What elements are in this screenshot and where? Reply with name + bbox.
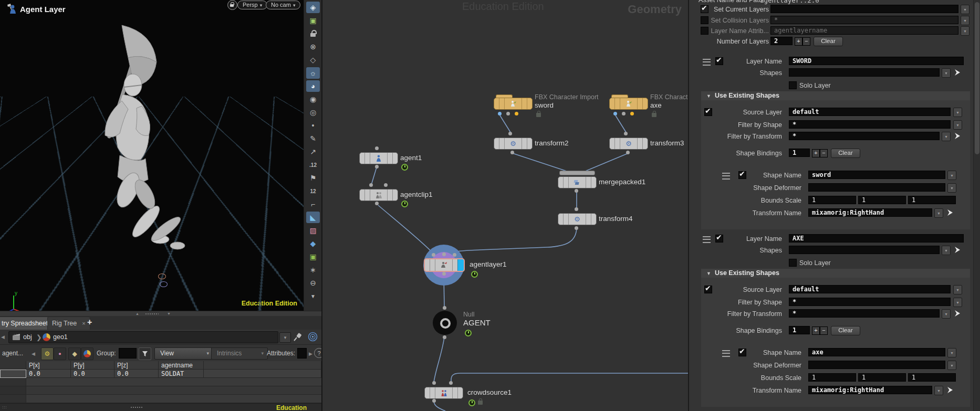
empty-row[interactable] [0,395,26,403]
add-binding-button[interactable]: + [812,326,820,335]
layer-name-attrib-input[interactable]: agentlayername [770,26,958,35]
intrinsics-dropdown[interactable]: Intrinsics▾ [211,347,268,360]
output-dot[interactable] [375,202,379,205]
node-pick-arrow-icon[interactable] [953,309,962,318]
input-dot[interactable] [442,252,446,256]
bounds-scale-y[interactable]: 1 [858,373,906,382]
bounds-scale-z[interactable]: 1 [908,196,956,204]
col-header-py[interactable]: P[y] [71,361,114,370]
filter-funnel-icon[interactable] [139,347,151,360]
collapse-down-icon[interactable]: ▼ [167,312,171,315]
dropdown-button[interactable]: ▾ [942,309,951,319]
reorder-handle-icon[interactable] [703,236,711,243]
cell-agentname[interactable]: SOLDAT [159,370,204,378]
group-input[interactable] [119,348,137,359]
add-layer-button[interactable]: + [795,37,802,46]
group-frame-icon[interactable]: ▣ [306,251,320,262]
node-agent1[interactable] [359,152,398,164]
output-dot[interactable] [622,112,625,115]
output-dot[interactable] [626,151,630,154]
clear-bindings-button[interactable]: Clear [831,149,860,158]
camera-select-menu[interactable]: No cam▾ [266,1,300,9]
add-tab-button[interactable]: + [87,318,92,327]
node-name-label[interactable]: agent1 [400,154,422,162]
dropdown-button[interactable]: ▾ [947,361,956,370]
dropdown-button[interactable]: ▾ [953,298,962,307]
input-dot[interactable] [575,207,578,211]
node-name-label[interactable]: sword [535,101,554,109]
node-mergepacked1[interactable] [558,176,597,188]
input-dot[interactable] [384,183,388,187]
dropdown-button[interactable]: ▾ [942,132,951,141]
hscroll-grip[interactable] [130,406,143,409]
remove-binding-button[interactable]: − [820,326,828,335]
dot-icon[interactable]: • [306,120,320,131]
node-crowdsource1[interactable] [424,387,463,399]
merge-input-bar[interactable] [559,171,595,175]
node-pick-arrow-icon[interactable] [946,386,954,394]
shape-deformer-input[interactable] [808,361,945,369]
bounds-scale-x[interactable]: 1 [808,196,856,204]
node-name-label[interactable]: mergepacked1 [599,178,645,186]
expand-right-icon[interactable]: ▶ [309,351,312,356]
filter-by-shape-input[interactable]: * [789,120,951,129]
cell-px[interactable]: 0.0 [26,370,71,378]
shape-deformer-input[interactable] [808,183,945,192]
tab-rig-tree[interactable]: Rig Tree× [47,317,90,330]
add-binding-button[interactable]: + [812,149,820,157]
attributes-input[interactable] [297,348,307,359]
checker-icon[interactable]: ▨ [306,225,320,236]
points-mode-icon[interactable]: ● [54,347,66,360]
dropdown-button[interactable]: ▾ [953,108,962,117]
input-dot[interactable] [432,381,436,385]
visibility-eye-icon[interactable]: ◉ [306,93,320,105]
dropdown-button[interactable]: ▾ [947,348,956,357]
filter-by-shape-input[interactable]: * [789,298,951,306]
use-existing-shapes-header[interactable]: ▼Use Existing Shapes [701,91,970,100]
snap-icon[interactable]: ▣ [306,15,320,26]
pin-icon[interactable]: ↗ [306,146,320,157]
output-dot[interactable] [613,112,617,115]
path-node[interactable]: geo1 [53,333,68,341]
dropdown-button[interactable]: ▾ [947,171,956,180]
output-dot[interactable] [432,399,436,403]
dropdown-button[interactable]: ▾ [947,183,956,193]
path-dropdown[interactable]: ▾ [279,332,291,343]
node-sword[interactable] [494,98,533,110]
reorder-handle-icon[interactable] [703,59,711,66]
bounds-scale-y[interactable]: 1 [858,196,906,204]
clear-layers-button[interactable]: Clear [814,37,843,46]
scene-viewport[interactable]: Agent Layer Persp▾ No cam▾ Education Edi… [0,0,304,311]
input-dot[interactable] [449,381,453,385]
node-pick-arrow-icon[interactable] [953,246,962,254]
select-arrow-icon[interactable]: ◈ [306,2,320,13]
reorder-handle-icon[interactable] [722,350,730,357]
input-dot[interactable] [375,146,379,150]
dropdown-button[interactable]: ▾ [961,16,969,25]
camera-persp-menu[interactable]: Persp▾ [237,1,267,9]
node-transform3[interactable]: ⚙ [609,138,648,150]
reorder-handle-icon[interactable] [722,173,730,180]
path-context[interactable]: obj [23,333,32,341]
number-of-layers-input[interactable]: 2 [770,37,793,45]
row-number-cell[interactable] [0,370,26,378]
scrollbar-thumb[interactable] [975,2,979,154]
remove-binding-button[interactable]: − [820,149,828,157]
node-name-label[interactable]: AGENT [463,318,491,327]
node-name-label[interactable]: transform3 [650,139,684,147]
input-dot[interactable] [443,306,446,310]
input-dot[interactable] [453,253,456,257]
node-name-label[interactable]: transform2 [535,139,569,147]
target-link-icon[interactable] [308,332,318,342]
node-agentclip1[interactable] [359,189,398,201]
cell-extra[interactable] [204,370,321,378]
dropdown-button[interactable]: ▾ [942,68,951,78]
shaded-view-icon[interactable]: ◣ [306,212,320,223]
clear-bindings-button[interactable]: Clear [831,326,860,335]
source-layer-input[interactable]: default [789,285,951,293]
collision-layers-input[interactable]: * [770,16,958,24]
filter-by-transform-input[interactable]: * [789,132,940,140]
material-sphere-icon[interactable]: ◕ [306,80,320,92]
node-name-label[interactable]: agentlayer1 [470,260,507,268]
show-nodes-icon[interactable]: ⚙ [41,347,54,360]
